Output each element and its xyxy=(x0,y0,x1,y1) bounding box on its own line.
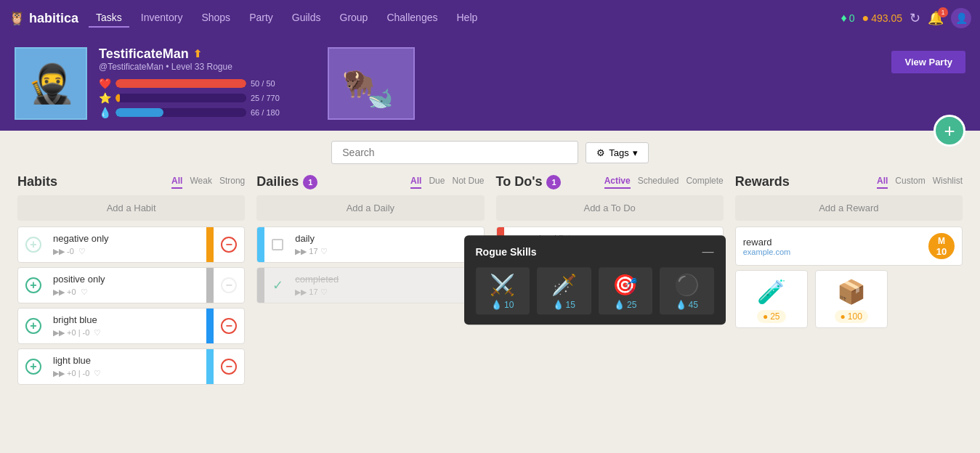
user-menu-button[interactable]: 👤 xyxy=(951,8,971,28)
potion-price: 25 xyxy=(770,311,779,322)
tags-button[interactable]: ⚙ Tags ▾ xyxy=(586,142,648,163)
notifications-button[interactable]: 🔔 1 xyxy=(928,10,944,26)
add-task-fab[interactable]: + xyxy=(934,115,965,147)
skill-2-icon: 🗡️ xyxy=(551,273,577,297)
daily-item: daily ▶▶ 17 ♡ xyxy=(256,226,484,263)
habits-tab-weak[interactable]: Weak xyxy=(190,176,211,189)
habits-tab-all[interactable]: All xyxy=(171,176,182,189)
header-banner: 🥷 TestificateMan ⬆ @TestificateMan • Lev… xyxy=(0,36,980,131)
add-todo-button[interactable]: Add a To Do xyxy=(496,195,724,221)
habit-1-plus: + xyxy=(25,237,41,253)
add-daily-button[interactable]: Add a Daily xyxy=(256,195,484,221)
gem-balance: ♦ 0 xyxy=(841,12,855,25)
logo[interactable]: 🦉 habitica xyxy=(9,10,78,26)
habit-item: + bright blue ▶▶ +0 | -0 ♡ − xyxy=(17,308,245,344)
daily-2-checkbox[interactable]: ✓ xyxy=(264,268,291,303)
skill-3-cost: 💧 25 xyxy=(614,300,636,310)
coin-balance: ● 493.05 xyxy=(862,12,903,25)
rewards-tab-wishlist[interactable]: Wishlist xyxy=(933,176,963,189)
daily-2-stripe xyxy=(257,268,264,303)
dailies-tab-notdue[interactable]: Not Due xyxy=(452,176,484,189)
user-info: TestificateMan ⬆ @TestificateMan • Level… xyxy=(99,46,294,121)
cost-value: 10 xyxy=(936,246,947,257)
dailies-title: Dailies xyxy=(256,174,299,189)
habit-3-controls: + xyxy=(18,309,49,343)
daily-1-name: daily xyxy=(295,233,479,244)
habit-1-minus-area: − xyxy=(214,227,244,262)
dailies-tab-all[interactable]: All xyxy=(410,176,421,189)
username-text: TestificateMan xyxy=(99,46,189,62)
search-input[interactable] xyxy=(331,141,578,164)
reward-item[interactable]: reward example.com M 10 xyxy=(735,226,963,266)
skill-1-cost-val: 10 xyxy=(504,300,514,310)
nav-help[interactable]: Help xyxy=(449,9,485,28)
rewards-tab-all[interactable]: All xyxy=(877,176,888,189)
xp-value: 25 / 770 xyxy=(251,94,294,102)
skill-2-cost: 💧 15 xyxy=(553,300,575,310)
chest-icon: 📦 xyxy=(837,278,866,306)
dailies-tab-due[interactable]: Due xyxy=(429,176,445,189)
hp-bar-fill xyxy=(116,79,246,88)
rewards-tab-custom[interactable]: Custom xyxy=(895,176,925,189)
coin-icon: ● xyxy=(841,311,846,322)
habit-4-minus-button[interactable]: − xyxy=(221,359,237,375)
mp-value: 66 / 180 xyxy=(251,108,294,117)
habit-3-minus-button[interactable]: − xyxy=(221,318,237,334)
daily-1-stripe xyxy=(257,227,264,262)
nav-inventory[interactable]: Inventory xyxy=(134,9,190,28)
habit-2-plus-button[interactable]: + xyxy=(25,277,41,293)
add-reward-button[interactable]: Add a Reward xyxy=(735,195,963,221)
nav-group[interactable]: Group xyxy=(333,9,376,28)
todos-tab-active[interactable]: Active xyxy=(604,176,631,189)
nav-right: ♦ 0 ● 493.05 ↻ 🔔 1 👤 xyxy=(841,8,971,28)
nav-shops[interactable]: Shops xyxy=(194,9,238,28)
habit-3-color-bar xyxy=(206,309,214,343)
refresh-button[interactable]: ↻ xyxy=(910,10,920,26)
coin-icon: ● xyxy=(763,311,768,322)
habits-title: Habits xyxy=(17,174,57,189)
rogue-close-button[interactable]: — xyxy=(702,245,714,258)
habit-item: + positive only ▶▶ +0 ♡ − xyxy=(17,267,245,303)
nav-guilds[interactable]: Guilds xyxy=(285,9,328,28)
reward-card-potion[interactable]: 🧪 ● 25 xyxy=(735,270,808,328)
dailies-tabs: All Due Not Due xyxy=(410,176,484,189)
gem-count: 0 xyxy=(849,12,855,24)
refresh-icon: ↻ xyxy=(910,11,920,25)
avatar-frame: 🥷 xyxy=(15,47,87,120)
todos-tab-complete[interactable]: Complete xyxy=(686,176,723,189)
habits-column: Habits All Weak Strong Add a Habit + neg… xyxy=(12,174,251,389)
nav-tasks[interactable]: Tasks xyxy=(89,9,129,28)
skill-card-3[interactable]: 🎯 💧 25 xyxy=(599,267,653,314)
reward-link[interactable]: example.com xyxy=(743,248,928,256)
habit-2-stats: ▶▶ +0 ♡ xyxy=(53,287,202,297)
reward-card-chest[interactable]: 📦 ● 100 xyxy=(815,270,888,328)
filter-icon: ⚙ xyxy=(596,147,605,158)
daily-1-checkbox[interactable] xyxy=(264,227,291,262)
avatar-sprite: 🥷 xyxy=(28,62,75,106)
habit-3-name: bright blue xyxy=(53,314,202,325)
nav-challenges[interactable]: Challenges xyxy=(379,9,445,28)
skill-card-4[interactable]: ⚫ 💧 45 xyxy=(660,267,714,314)
todos-title: To Do's xyxy=(496,174,543,189)
habits-tab-strong[interactable]: Strong xyxy=(219,176,245,189)
skill-card-2[interactable]: 🗡️ 💧 15 xyxy=(537,267,591,314)
habit-4-plus-button[interactable]: + xyxy=(25,359,41,375)
habit-1-content: negative only ▶▶ -0 ♡ xyxy=(49,227,206,262)
skill-card-1[interactable]: ⚔️ 💧 10 xyxy=(476,267,530,314)
heart-icon: ♡ xyxy=(81,287,88,297)
habit-3-plus-button[interactable]: + xyxy=(25,318,41,334)
nav-party[interactable]: Party xyxy=(242,9,280,28)
habit-3-stats: ▶▶ +0 | -0 ♡ xyxy=(53,328,202,338)
user-name: TestificateMan ⬆ xyxy=(99,46,294,62)
habit-2-minus-area: − xyxy=(214,268,244,303)
skill-4-cost: 💧 45 xyxy=(676,300,698,310)
mana-icon: 💧 xyxy=(491,300,502,310)
todos-badge: 1 xyxy=(546,175,561,189)
todos-tab-scheduled[interactable]: Scheduled xyxy=(638,176,679,189)
view-party-button[interactable]: View Party xyxy=(891,51,965,73)
rogue-popup-header: Rogue Skills — xyxy=(476,245,714,258)
habit-1-minus-button[interactable]: − xyxy=(221,237,237,253)
habit-1-name: negative only xyxy=(53,233,202,244)
add-habit-button[interactable]: Add a Habit xyxy=(17,195,245,221)
skill-3-icon: 🎯 xyxy=(612,273,638,297)
